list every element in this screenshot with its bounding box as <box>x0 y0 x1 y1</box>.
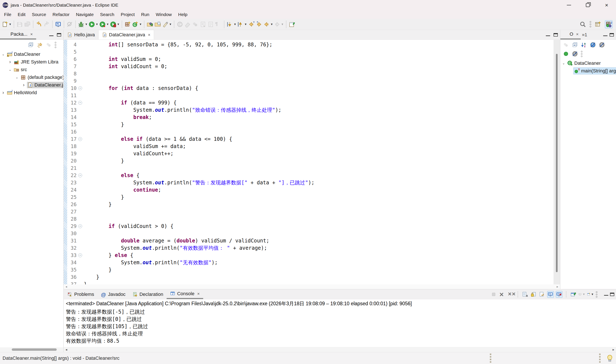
gray-c-button[interactable]: C <box>176 20 184 28</box>
chevron-down-icon[interactable]: ⌄ <box>560 61 567 65</box>
code-line-5[interactable]: 5 <box>67 48 554 55</box>
next-annotation-button[interactable]: ▼ <box>226 20 237 28</box>
menu-project[interactable]: Project <box>117 12 138 17</box>
code-line-14[interactable]: 14 break; <box>67 114 554 121</box>
fold-collapse-icon[interactable]: − <box>77 135 84 143</box>
show-stderr-button[interactable] <box>556 291 562 298</box>
gray-pair-button[interactable] <box>192 20 199 28</box>
code-line-28[interactable]: 28 <box>67 215 554 222</box>
mark-pen-button[interactable]: ▼ <box>162 20 172 28</box>
chevron-right-icon[interactable]: › <box>7 59 13 65</box>
minimize-editor-icon[interactable] <box>546 36 550 36</box>
redo-button[interactable] <box>43 20 51 28</box>
collapse-all-button[interactable] <box>572 41 578 48</box>
close-icon[interactable]: × <box>148 32 150 37</box>
code-line-6[interactable]: 6 int validSum = 0; <box>67 55 554 63</box>
fold-collapse-icon[interactable]: − <box>77 85 84 92</box>
collapse-all-button[interactable] <box>27 41 34 48</box>
fold-collapse-icon[interactable]: − <box>77 222 84 230</box>
fold-collapse-icon[interactable]: − <box>77 172 84 179</box>
view-menu-button[interactable] <box>54 41 61 48</box>
format-doc-button[interactable] <box>199 20 207 28</box>
chevron-down-icon[interactable]: ⌄ <box>14 75 20 79</box>
code-line-25[interactable]: 25 } <box>67 194 554 201</box>
tab-package-explorer[interactable]: Packa... × <box>0 30 36 39</box>
code-line-30[interactable]: 30 <box>67 230 554 237</box>
tree-item-datacleaner-java[interactable]: ›JDataCleaner.java <box>0 81 63 89</box>
save-button[interactable] <box>16 20 24 28</box>
code-line-22[interactable]: 22− else { <box>67 172 554 179</box>
code-line-10[interactable]: 10− for (int data : sensorData) { <box>67 85 554 92</box>
menu-edit[interactable]: Edit <box>14 12 29 17</box>
tree-item-datacleaner[interactable]: ⌄J!DataCleaner <box>0 51 63 58</box>
pin-editor-button[interactable] <box>288 20 296 28</box>
java-perspective-button[interactable]: J <box>605 20 613 28</box>
menu-navigate[interactable]: Navigate <box>73 12 97 17</box>
code-line-24[interactable]: 24 continue; <box>67 186 554 194</box>
console-tab-declaration[interactable]: Declaration <box>129 289 167 299</box>
code-line-18[interactable]: 18 validSum += data; <box>67 143 554 150</box>
eraser-button[interactable] <box>184 20 192 28</box>
code-line-32[interactable]: 32 System.out.println("有效数据平均值： " + aver… <box>67 244 554 252</box>
green-dot-button[interactable] <box>562 51 569 57</box>
code-line-4[interactable]: 4 int[] sensorData = {85, -5, 92, 0, 105… <box>67 41 554 48</box>
maximize-view-icon[interactable] <box>610 293 614 296</box>
undo-button[interactable] <box>35 20 43 28</box>
hide-static-button[interactable]: S <box>599 41 605 48</box>
menu-help[interactable]: Help <box>175 12 191 17</box>
view-menu-button[interactable] <box>580 51 587 57</box>
skip-breakpoints-button[interactable] <box>66 20 74 28</box>
menu-source[interactable]: Source <box>29 12 49 17</box>
close-icon[interactable]: × <box>576 32 579 37</box>
editor-hscrollbar[interactable]: ◂▸ <box>64 284 560 289</box>
terminate-button[interactable] <box>490 291 497 298</box>
open-console-button[interactable]: ▼ <box>587 291 594 298</box>
console-tab-problems[interactable]: !Problems <box>64 289 97 299</box>
remove-all-button[interactable]: ✕✕ <box>507 291 514 298</box>
editor-tab-datacleaner-java[interactable]: JDataCleaner.java× <box>98 30 154 39</box>
code-line-27[interactable]: 27 <box>67 208 554 215</box>
new-class-button[interactable]: C▼ <box>132 20 142 28</box>
code-line-26[interactable]: 26 } <box>67 201 554 208</box>
open-type-button[interactable] <box>146 20 154 28</box>
menu-search[interactable]: Search <box>97 12 118 17</box>
save-all-button[interactable] <box>24 20 31 28</box>
console-tab-console[interactable]: JConsole× <box>167 289 203 299</box>
package-explorer-hscrollbar[interactable] <box>0 347 63 352</box>
tree-item-datacleaner[interactable]: ⌄CDataCleaner <box>560 59 616 67</box>
chevron-right-icon[interactable]: › <box>0 90 6 95</box>
minimize-view-icon[interactable] <box>604 295 608 296</box>
chevron-right-icon[interactable]: › <box>21 82 27 88</box>
code-line-11[interactable]: 11 <box>67 92 554 99</box>
edit-back-button[interactable]: * <box>247 20 255 28</box>
tree-item--default-package-[interactable]: ⌄(default package) <box>0 74 63 81</box>
restore-button[interactable] <box>578 0 597 10</box>
code-line-35[interactable]: 35 } <box>67 266 554 273</box>
focus-button[interactable] <box>562 41 569 48</box>
pilcrow-button[interactable]: ¶ <box>215 20 222 28</box>
more-views-chevron[interactable]: »1 <box>581 30 589 39</box>
back-button[interactable]: ▼ <box>263 20 274 28</box>
display-console-button[interactable]: ▼ <box>578 291 585 298</box>
sort-az-button[interactable]: az <box>580 41 587 48</box>
profile-button[interactable]: ▼ <box>110 20 120 28</box>
remove-launch-button[interactable]: ✕ <box>499 291 506 298</box>
scroll-lock-button[interactable] <box>530 291 537 298</box>
view-menu-button[interactable] <box>595 291 602 298</box>
code-line-34[interactable]: 34 System.out.println("无有效数据"); <box>67 259 554 266</box>
code-line-16[interactable]: 16 <box>67 128 554 135</box>
show-stdout-button[interactable] <box>547 291 554 298</box>
prev-annotation-button[interactable]: ▼ <box>237 20 247 28</box>
minimize-button[interactable] <box>560 0 578 10</box>
debug-button[interactable]: ▼ <box>77 20 88 28</box>
focus-button[interactable] <box>45 41 52 48</box>
editor-vscrollbar[interactable] <box>554 40 560 284</box>
code-line-8[interactable]: 8 <box>67 70 554 77</box>
maximize-view-icon[interactable] <box>610 33 614 37</box>
code-line-20[interactable]: 20 } <box>67 157 554 165</box>
code-line-31[interactable]: 31 double average = (double) validSum / … <box>67 237 554 244</box>
editor-tab-hello-java[interactable]: JHello.java <box>64 30 98 39</box>
close-button[interactable]: × <box>597 0 616 10</box>
terminal-button[interactable] <box>54 20 62 28</box>
code-line-13[interactable]: 13 System.out.println("致命错误：传感器掉线，终止处理")… <box>67 106 554 114</box>
